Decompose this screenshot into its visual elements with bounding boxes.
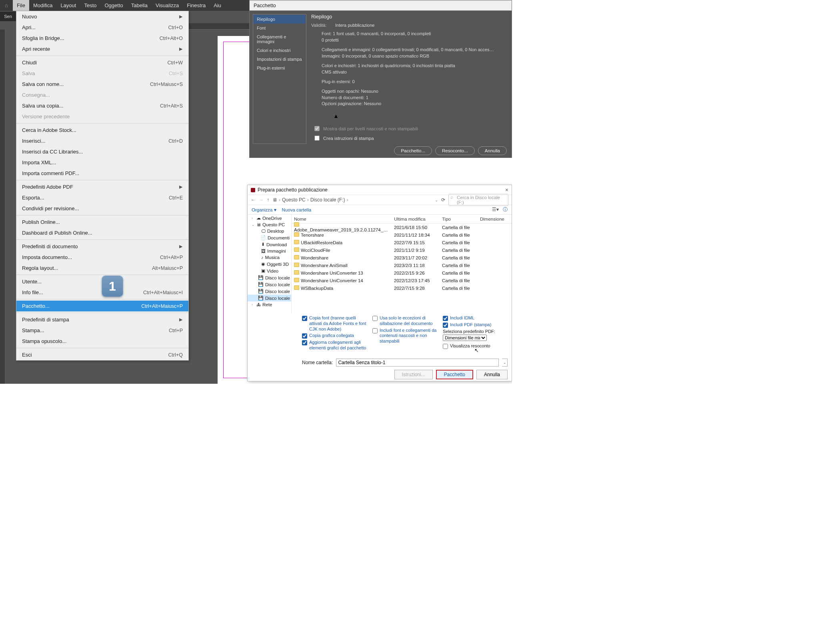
tree-node[interactable]: ◉Oggetti 3D	[248, 261, 291, 267]
menu-item[interactable]: Nuovo▶	[16, 11, 188, 22]
tree-node[interactable]: 🖵Desktop	[248, 228, 291, 234]
new-folder-button[interactable]: Nuova cartella	[282, 207, 312, 212]
opt-include-pdf[interactable]: Includi PDF (stampa)	[443, 322, 508, 328]
search-input[interactable]: Cerca in Disco locale (F:)	[448, 194, 508, 206]
opt-copy-font[interactable]: Copia font (tranne quelli attivati da Ad…	[302, 315, 367, 332]
view-mode-icon[interactable]: ☰▾	[492, 207, 499, 213]
menu-item: Versione precedente	[16, 111, 188, 122]
organize-menu[interactable]: Organizza ▾	[252, 207, 276, 213]
chevron-right-icon: ▶	[179, 244, 183, 249]
tree-node[interactable]: 💾Disco locale (D:)	[248, 281, 291, 288]
menu-item[interactable]: ChiudiCtrl+W	[16, 57, 188, 68]
file-row[interactable]: UBackitRestoreData2022/7/9 15:15Cartella…	[292, 239, 512, 246]
folder-tree[interactable]: ›☁OneDrive⌄🖥Questo PC🖵Desktop📄Documenti⬇…	[248, 215, 292, 314]
package-nav-item[interactable]: Collegamenti e immagini	[254, 32, 306, 46]
app-icon	[251, 188, 255, 192]
menu-layout[interactable]: Layout	[56, 0, 80, 11]
menu-item[interactable]: Regola layout...Alt+Maiusc+P	[16, 263, 188, 273]
menu-aiu[interactable]: Aiu	[210, 0, 225, 11]
menu-item[interactable]: EsciCtrl+Q	[16, 349, 188, 360]
menu-oggetto[interactable]: Oggetto	[101, 0, 127, 11]
file-row[interactable]: Wondershare UniConverter 132022/2/15 9:2…	[292, 269, 512, 277]
package-nav-item[interactable]: Colori e inchiostri	[254, 46, 306, 55]
tree-node[interactable]: ›☁OneDrive	[248, 215, 291, 221]
report-button[interactable]: Resoconto...	[435, 146, 475, 155]
menu-item[interactable]: Dashboard di Publish Online...	[16, 227, 188, 238]
home-icon[interactable]: ⌂	[0, 2, 13, 8]
help-icon[interactable]: ⓘ	[503, 207, 508, 213]
menu-item[interactable]: Publish Online...	[16, 217, 188, 227]
close-icon[interactable]: ×	[505, 187, 508, 193]
nav-fwd-icon[interactable]: →	[259, 197, 264, 203]
check-hidden-layers[interactable]: Mostra dati per livelli nascosti e non s…	[313, 125, 418, 132]
menu-item[interactable]: Imposta documento...Ctrl+Alt+P	[16, 252, 188, 263]
nav-up-icon[interactable]: ↑	[267, 197, 269, 203]
package-nav-item[interactable]: Riepilogo	[254, 15, 306, 24]
opt-copy-graphics[interactable]: Copia grafica collegata	[302, 333, 367, 339]
menu-item[interactable]: Pacchetto...Ctrl+Alt+Maiusc+P	[16, 301, 188, 311]
tree-node[interactable]: 🖼Immagini	[248, 248, 291, 254]
menu-item[interactable]: Stampa...Ctrl+P	[16, 325, 188, 336]
file-row[interactable]: Adobe_Dreamweaver_2019_19.2.0.11274_…202…	[292, 223, 512, 231]
tree-node[interactable]: 💾Disco locale (C:)	[248, 274, 291, 281]
package-nav-item[interactable]: Font	[254, 24, 306, 32]
menu-visualizza[interactable]: Visualizza	[152, 0, 183, 11]
menu-item[interactable]: Importa XML...	[16, 157, 188, 168]
menu-file[interactable]: File	[13, 0, 29, 11]
menu-item[interactable]: Apri...Ctrl+O	[16, 22, 188, 33]
menu-item[interactable]: Condividi per revisione...	[16, 203, 188, 214]
menu-modifica[interactable]: Modifica	[29, 0, 56, 11]
file-row[interactable]: Wondershare UniConverter 142022/12/23 17…	[292, 277, 512, 284]
opt-include-idml[interactable]: Includi IDML	[443, 315, 508, 321]
cancel-button[interactable]: Annulla	[478, 146, 507, 155]
tree-node[interactable]: ⬇Download	[248, 241, 291, 248]
refresh-icon[interactable]: ⟳	[441, 197, 445, 203]
file-row[interactable]: Wondershare2023/11/7 20:02Cartella di fi…	[292, 254, 512, 261]
check-print-instructions[interactable]: Crea istruzioni di stampa	[313, 134, 418, 142]
menu-item[interactable]: Cerca in Adobe Stock...	[16, 125, 188, 136]
menu-item[interactable]: Importa commenti PDF...	[16, 168, 188, 179]
menu-item[interactable]: Salva con nome...Ctrl+Maiusc+S	[16, 79, 188, 90]
nav-back-icon[interactable]: ←	[251, 197, 256, 203]
menu-item[interactable]: Esporta...Ctrl+E	[16, 192, 188, 203]
tree-node[interactable]: ♪Musica	[248, 254, 291, 261]
save-dialog: Prepara pacchetto pubblicazione × ← → ↑ …	[247, 185, 512, 381]
package-nav-item[interactable]: Impostazioni di stampa	[254, 55, 306, 64]
cancel-button[interactable]: Annulla	[476, 370, 508, 379]
menu-item[interactable]: Predefiniti di stampa▶	[16, 314, 188, 325]
menu-item[interactable]: Stampa opuscolo...	[16, 336, 188, 347]
menu-item[interactable]: Predefiniti Adobe PDF▶	[16, 181, 188, 192]
menu-item[interactable]: Apri recente▶	[16, 44, 188, 54]
file-list[interactable]: Nome Ultima modifica Tipo Dimensione Ado…	[292, 215, 512, 314]
tree-node[interactable]: ▣Video	[248, 267, 291, 274]
menu-item[interactable]: Inserisci...Ctrl+D	[16, 136, 188, 146]
tree-node[interactable]: ›🖧Rete	[248, 301, 291, 308]
folder-name-dropdown-icon[interactable]: ⌄	[502, 359, 508, 367]
breadcrumb[interactable]: 🖥› Questo PC› Disco locale (F:)›	[272, 197, 348, 203]
menu-item[interactable]: Predefiniti di documento▶	[16, 241, 188, 252]
menu-item[interactable]: Salva una copia...Ctrl+Alt+S	[16, 100, 188, 111]
folder-name-input[interactable]	[336, 359, 499, 367]
package-button[interactable]: Pacchetto...	[394, 146, 432, 155]
tree-node[interactable]: 💾Disco locale (E:)	[248, 288, 291, 295]
tree-node[interactable]: ⌄🖥Questo PC	[248, 221, 291, 228]
opt-hidden-content[interactable]: Includi font e collegamenti da contenuti…	[372, 328, 437, 344]
pdf-preset-select[interactable]: Dimensioni file mini	[443, 335, 487, 341]
vertical-ruler	[0, 30, 5, 384]
opt-hyphenation[interactable]: Usa solo le eccezioni di sillabazione de…	[372, 315, 437, 327]
menu-testo[interactable]: Testo	[80, 0, 100, 11]
tree-node[interactable]: 💾Disco locale (F:)	[248, 295, 291, 301]
menu-item[interactable]: Sfoglia in Bridge...Ctrl+Alt+O	[16, 33, 188, 44]
package-confirm-button[interactable]: Pacchetto	[436, 370, 473, 379]
opt-update-links[interactable]: Aggiorna collegamenti agli elementi graf…	[302, 340, 367, 351]
file-row[interactable]: WcciCloudFile2021/11/2 9:19Cartella di f…	[292, 246, 512, 254]
file-row[interactable]: WSBackupData2022/7/15 9:28Cartella di fi…	[292, 284, 512, 292]
package-nav-item[interactable]: Plug-in esterni	[254, 64, 306, 72]
menu-item[interactable]: Inserisci da CC Libraries...	[16, 146, 188, 157]
file-row[interactable]: Tenorshare2021/11/12 18:34Cartella di fi…	[292, 231, 512, 239]
tree-node[interactable]: 📄Documenti	[248, 234, 291, 241]
file-row[interactable]: Wondershare AniSmall2023/2/3 11:18Cartel…	[292, 261, 512, 269]
menu-finestra[interactable]: Finestra	[183, 0, 210, 11]
page-preview	[218, 36, 249, 384]
menu-tabella[interactable]: Tabella	[127, 0, 152, 11]
